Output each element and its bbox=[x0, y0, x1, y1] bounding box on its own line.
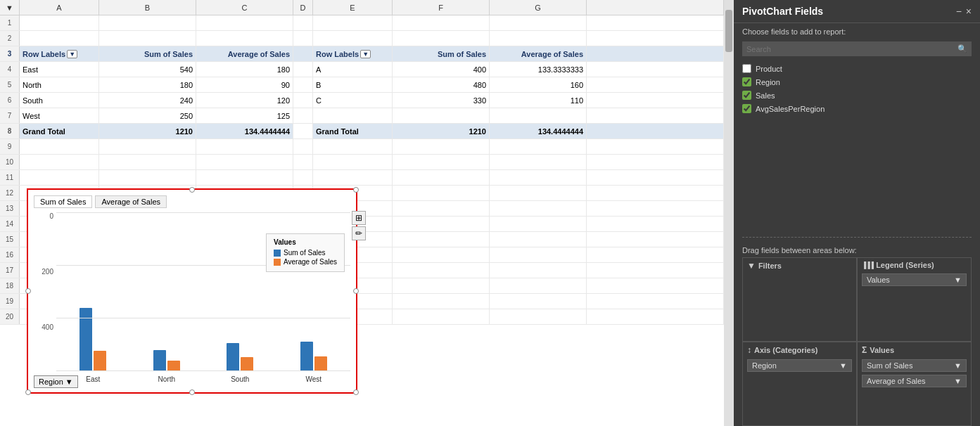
filters-header: ▼ Filters bbox=[747, 261, 852, 271]
axis-area-icon: ↕ bbox=[747, 345, 751, 355]
field-label-region: Region bbox=[756, 78, 780, 86]
col-header-e[interactable]: E bbox=[313, 0, 393, 15]
col-header-g[interactable]: G bbox=[490, 0, 587, 15]
axis-header: ↕ Axis (Categories) bbox=[747, 345, 852, 355]
field-checkbox-avgsales[interactable] bbox=[742, 104, 751, 113]
region-filter-button[interactable]: Region ▼ bbox=[34, 375, 78, 388]
grand-total-avg2: 134.4444444 bbox=[490, 124, 587, 138]
areas-grid: ▼ Filters ▐▐▐ Legend (Series) Values ▼ ↕… bbox=[742, 257, 972, 427]
resize-right[interactable] bbox=[353, 288, 359, 294]
col-header-d[interactable]: D bbox=[293, 0, 313, 15]
filters-area[interactable]: ▼ Filters bbox=[742, 257, 857, 342]
chart-legend: Values Sum of Sales Average of Sales bbox=[266, 233, 345, 272]
axis-chip-arrow: ▼ bbox=[839, 361, 847, 370]
row-num: 3 bbox=[0, 46, 20, 61]
vertical-scrollbar[interactable] bbox=[724, 0, 734, 426]
west-avg: 125 bbox=[196, 108, 293, 123]
chart-style-button[interactable]: ✏ bbox=[352, 226, 366, 240]
values-chip-sum-label: Sum of Sales bbox=[867, 361, 912, 370]
field-region: Region bbox=[742, 75, 972, 89]
bar-group-north bbox=[130, 350, 204, 371]
panel-header-icons: − × bbox=[956, 6, 972, 17]
table-row[interactable]: 6 South 240 120 C 330 110 bbox=[0, 93, 724, 108]
pivot-chart[interactable]: ⊞ ✏ Sum of Sales Average of Sales 600 40… bbox=[27, 188, 357, 394]
legend-chip-arrow: ▼ bbox=[954, 276, 962, 284]
chart-tab-avg[interactable]: Average of Sales bbox=[95, 195, 167, 208]
axis-chip-label: Region bbox=[752, 361, 777, 370]
values-area[interactable]: Σ Values Sum of Sales ▼ Average of Sales… bbox=[857, 342, 972, 426]
legend-label-avg: Average of Sales bbox=[284, 258, 337, 266]
c-sum: 330 bbox=[393, 93, 490, 108]
close-button[interactable]: × bbox=[966, 6, 972, 17]
chart-tab-sum[interactable]: Sum of Sales bbox=[34, 195, 92, 208]
resize-bottom-right[interactable] bbox=[353, 389, 359, 395]
scrollbar-thumb[interactable] bbox=[725, 10, 732, 52]
corner-cell: ▼ bbox=[0, 0, 20, 15]
panel-subtitle: Choose fields to add to report: bbox=[734, 23, 980, 39]
region-label: Region bbox=[39, 377, 63, 386]
field-checkbox-product[interactable] bbox=[742, 64, 751, 73]
chart-layout-button[interactable]: ⊞ bbox=[352, 211, 366, 225]
search-input[interactable] bbox=[742, 42, 953, 56]
product-b: B bbox=[313, 77, 393, 92]
fields-empty-area bbox=[734, 146, 980, 231]
minimize-button[interactable]: − bbox=[956, 6, 962, 17]
values-chip-sum[interactable]: Sum of Sales ▼ bbox=[862, 359, 967, 372]
col-header-c[interactable]: C bbox=[196, 0, 293, 15]
resize-bottom[interactable] bbox=[189, 389, 195, 395]
values-area-icon: Σ bbox=[862, 345, 867, 355]
filter-button2[interactable]: ▼ bbox=[360, 50, 371, 58]
legend-item-avg: Average of Sales bbox=[274, 258, 337, 266]
table-row[interactable]: 5 North 180 90 B 480 160 bbox=[0, 77, 724, 93]
bar-east-sum bbox=[79, 308, 92, 371]
field-checkbox-region[interactable] bbox=[742, 77, 751, 86]
col-header-a[interactable]: A bbox=[20, 0, 99, 15]
field-sales: Sales bbox=[742, 89, 972, 102]
field-checkbox-sales[interactable] bbox=[742, 91, 751, 100]
resize-bottom-left[interactable] bbox=[25, 389, 31, 395]
column-headers: ▼ A B C D E F G bbox=[0, 0, 724, 15]
axis-chip-region[interactable]: Region ▼ bbox=[747, 359, 852, 372]
filter-button1[interactable]: ▼ bbox=[67, 50, 77, 58]
b-sum: 480 bbox=[393, 77, 490, 92]
south-avg: 120 bbox=[196, 93, 293, 108]
values-chip-avg[interactable]: Average of Sales ▼ bbox=[862, 375, 967, 387]
resize-top-right[interactable] bbox=[353, 187, 359, 193]
region-north: North bbox=[20, 77, 99, 92]
filters-label: Filters bbox=[758, 262, 782, 270]
fields-list: Product Region Sales AvgSalesPerRegion bbox=[742, 62, 972, 146]
chart-tabs: Sum of Sales Average of Sales bbox=[34, 195, 350, 208]
filter-area-icon: ▼ bbox=[747, 261, 756, 271]
x-label-north: North bbox=[130, 375, 204, 383]
row-num: 1 bbox=[0, 15, 20, 30]
resize-left[interactable] bbox=[25, 288, 31, 294]
grand-total-label2: Grand Total bbox=[313, 124, 393, 138]
legend-label: Legend (Series) bbox=[876, 261, 934, 269]
east-sum: 540 bbox=[99, 62, 196, 77]
avg-sales-header2: Average of Sales bbox=[490, 46, 587, 61]
col-header-b[interactable]: B bbox=[99, 0, 196, 15]
search-box: 🔍 bbox=[742, 41, 972, 56]
values-chip-avg-label: Average of Sales bbox=[867, 377, 926, 385]
product-a: A bbox=[313, 62, 393, 77]
south-sum: 240 bbox=[99, 93, 196, 108]
bar-south-sum bbox=[227, 343, 239, 371]
panel-title: PivotChart Fields bbox=[742, 6, 823, 17]
table-row: 10 bbox=[0, 155, 724, 170]
bar-group-east bbox=[56, 308, 130, 371]
table-row[interactable]: 7 West 250 125 bbox=[0, 108, 724, 124]
row-num: 2 bbox=[0, 31, 20, 46]
y-label: 0 bbox=[49, 212, 53, 220]
region-south: South bbox=[20, 93, 99, 108]
legend-area[interactable]: ▐▐▐ Legend (Series) Values ▼ bbox=[857, 257, 972, 342]
grand-total-label1: Grand Total bbox=[20, 124, 99, 138]
x-labels: East North South West bbox=[56, 371, 350, 387]
avg-sales-header1: Average of Sales bbox=[196, 46, 293, 61]
region-east: East bbox=[20, 62, 99, 77]
resize-top[interactable] bbox=[189, 187, 195, 193]
axis-area[interactable]: ↕ Axis (Categories) Region ▼ bbox=[742, 342, 857, 426]
col-header-f[interactable]: F bbox=[393, 0, 490, 15]
legend-title: Values bbox=[274, 238, 337, 246]
table-row[interactable]: 4 East 540 180 A 400 133.3333333 bbox=[0, 62, 724, 77]
legend-chip-values[interactable]: Values ▼ bbox=[862, 273, 967, 286]
